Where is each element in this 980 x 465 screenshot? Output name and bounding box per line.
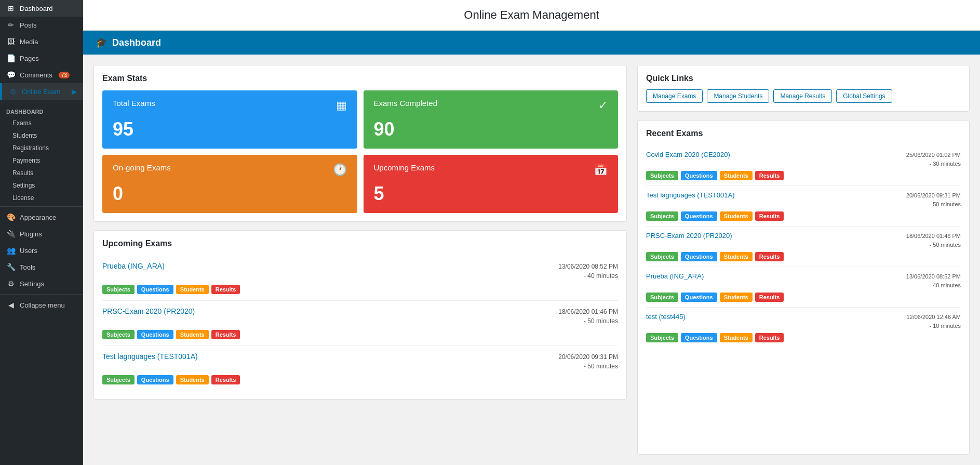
recent-exam-name-test445[interactable]: test (test445) bbox=[646, 313, 686, 321]
tag-subjects[interactable]: Subjects bbox=[646, 171, 678, 180]
tag-subjects[interactable]: Subjects bbox=[646, 252, 678, 261]
tag-subjects[interactable]: Subjects bbox=[646, 333, 678, 342]
tag-students[interactable]: Students bbox=[720, 293, 753, 302]
tag-students[interactable]: Students bbox=[720, 211, 753, 221]
stat-card-upcoming-exams: Upcoming Exams 📅 5 bbox=[364, 155, 619, 213]
tag-subjects[interactable]: Subjects bbox=[646, 293, 678, 302]
tag-questions[interactable]: Questions bbox=[681, 293, 717, 302]
tag-questions[interactable]: Questions bbox=[681, 171, 717, 180]
tag-results[interactable]: Results bbox=[755, 252, 784, 261]
exam-tags-prueba: Subjects Questions Students Results bbox=[102, 285, 618, 294]
sidebar-sub-students[interactable]: Students bbox=[0, 129, 83, 142]
sidebar-sub-results[interactable]: Results bbox=[0, 167, 83, 179]
stat-card-header: Exams Completed ✓ bbox=[374, 99, 608, 112]
tag-results[interactable]: Results bbox=[755, 293, 784, 302]
sidebar-sub-license[interactable]: License bbox=[0, 192, 83, 204]
recent-exam-item: Covid Exam 2020 (CE2020) 25/06/2020 01:0… bbox=[646, 145, 961, 186]
stat-icon-ongoing-exams: 🕐 bbox=[333, 163, 347, 177]
exam-item-name-test-lagn[interactable]: Test lagnguages (TEST001A) bbox=[102, 352, 198, 361]
stat-label-ongoing-exams: On-going Exams bbox=[113, 163, 171, 172]
tag-results[interactable]: Results bbox=[755, 333, 784, 342]
manage-results-button[interactable]: Manage Results bbox=[773, 89, 832, 103]
recent-exam-name-covid[interactable]: Covid Exam 2020 (CE2020) bbox=[646, 151, 730, 158]
sidebar-item-collapse[interactable]: ◀ Collapse menu bbox=[0, 297, 83, 313]
recent-exam-item: test (test445) 12/06/2020 12:46 AM- 10 m… bbox=[646, 308, 961, 348]
quick-links-row: Manage Exams Manage Students Manage Resu… bbox=[646, 89, 961, 103]
tag-subjects[interactable]: Subjects bbox=[102, 330, 135, 339]
sidebar-item-pages[interactable]: 📄 Pages bbox=[0, 50, 83, 67]
sidebar-item-label: Pages bbox=[20, 55, 39, 62]
stat-card-exams-completed: Exams Completed ✓ 90 bbox=[364, 90, 619, 149]
tag-students[interactable]: Students bbox=[176, 375, 209, 384]
right-panel: Quick Links Manage Exams Manage Students… bbox=[637, 65, 970, 455]
global-settings-button[interactable]: Global Settings bbox=[836, 89, 892, 103]
tag-questions[interactable]: Questions bbox=[137, 330, 173, 339]
sidebar-item-label: Tools bbox=[20, 263, 35, 271]
stats-title: Exam Stats bbox=[102, 74, 618, 83]
tag-results[interactable]: Results bbox=[211, 375, 240, 384]
manage-exams-button[interactable]: Manage Exams bbox=[646, 89, 703, 103]
recent-exam-item: PRSC-Exam 2020 (PR2020) 18/06/2020 01:46… bbox=[646, 227, 961, 267]
tag-results[interactable]: Results bbox=[755, 211, 784, 221]
recent-exam-name-prsc[interactable]: PRSC-Exam 2020 (PR2020) bbox=[646, 232, 732, 240]
sidebar-item-label: Collapse menu bbox=[20, 301, 65, 309]
recent-exam-name-test-lagn[interactable]: Test lagnguages (TEST001A) bbox=[646, 191, 735, 199]
sidebar-item-label: Users bbox=[20, 247, 37, 255]
manage-students-button[interactable]: Manage Students bbox=[707, 89, 769, 103]
stat-icon-exams-completed: ✓ bbox=[598, 99, 608, 112]
tools-icon: 🔧 bbox=[6, 263, 16, 271]
tag-questions[interactable]: Questions bbox=[681, 333, 717, 342]
tag-students[interactable]: Students bbox=[176, 285, 209, 294]
exam-item-name-prueba[interactable]: Prueba (ING_ARA) bbox=[102, 262, 165, 270]
sidebar-sub-registrations[interactable]: Registrations bbox=[0, 142, 83, 154]
sidebar-item-tools[interactable]: 🔧 Tools bbox=[0, 259, 83, 275]
stat-label-total-exams: Total Exams bbox=[113, 99, 155, 108]
stat-icon-upcoming-exams: 📅 bbox=[594, 163, 608, 177]
sidebar-item-plugins[interactable]: 🔌 Plugins bbox=[0, 225, 83, 242]
sidebar-sub-payments[interactable]: Payments bbox=[0, 154, 83, 167]
recent-exam-header: Covid Exam 2020 (CE2020) 25/06/2020 01:0… bbox=[646, 151, 961, 168]
tag-questions[interactable]: Questions bbox=[681, 211, 717, 221]
sidebar-item-appearance[interactable]: 🎨 Appearance bbox=[0, 209, 83, 225]
sidebar-item-posts[interactable]: ✏ Posts bbox=[0, 17, 83, 33]
sidebar-item-dashboard[interactable]: ⊞ Dashboard bbox=[0, 0, 83, 17]
recent-exam-date-test445: 12/06/2020 12:46 AM- 10 minutes bbox=[906, 313, 961, 330]
sidebar-sub-exams[interactable]: Exams bbox=[0, 117, 83, 129]
tag-students[interactable]: Students bbox=[720, 333, 753, 342]
tag-questions[interactable]: Questions bbox=[137, 375, 173, 384]
quick-links-section: Quick Links Manage Exams Manage Students… bbox=[637, 65, 970, 112]
recent-exam-item: Test lagnguages (TEST001A) 20/06/2020 09… bbox=[646, 186, 961, 227]
tag-students[interactable]: Students bbox=[720, 252, 753, 261]
plugins-icon: 🔌 bbox=[6, 230, 16, 238]
comments-badge: 73 bbox=[59, 72, 70, 78]
recent-exam-date-prsc: 18/06/2020 01:46 PM- 50 minutes bbox=[906, 232, 961, 249]
tag-questions[interactable]: Questions bbox=[137, 285, 173, 294]
posts-icon: ✏ bbox=[6, 21, 16, 29]
sidebar-sub-settings[interactable]: Settings bbox=[0, 179, 83, 192]
tag-students[interactable]: Students bbox=[720, 171, 753, 180]
sidebar-item-online-exam[interactable]: ⊙ Online Exam ▶ bbox=[0, 83, 83, 100]
page-header: Online Exam Management bbox=[83, 0, 980, 31]
tag-subjects[interactable]: Subjects bbox=[646, 211, 678, 221]
sidebar-item-settings[interactable]: ⚙ Settings bbox=[0, 275, 83, 292]
sidebar-item-comments[interactable]: 💬 Comments 73 bbox=[0, 67, 83, 83]
tag-subjects[interactable]: Subjects bbox=[102, 285, 135, 294]
sidebar-item-media[interactable]: 🖼 Media bbox=[0, 33, 83, 50]
stats-grid: Total Exams ▦ 95 Exams Completed ✓ 90 bbox=[102, 90, 618, 213]
exam-item-header: Test lagnguages (TEST001A) 20/06/2020 09… bbox=[102, 352, 618, 371]
stat-value-total-exams: 95 bbox=[113, 118, 347, 140]
tag-questions[interactable]: Questions bbox=[681, 252, 717, 261]
recent-exam-name-prueba[interactable]: Prueba (ING_ARA) bbox=[646, 272, 704, 280]
exam-item-name-prsc[interactable]: PRSC-Exam 2020 (PR2020) bbox=[102, 307, 195, 315]
sidebar-item-users[interactable]: 👥 Users bbox=[0, 242, 83, 259]
recent-exams-title: Recent Exams bbox=[646, 129, 961, 138]
tag-results[interactable]: Results bbox=[211, 330, 240, 339]
tag-students[interactable]: Students bbox=[176, 330, 209, 339]
recent-exams-section: Recent Exams Covid Exam 2020 (CE2020) 25… bbox=[637, 120, 970, 455]
page-title: Online Exam Management bbox=[464, 8, 599, 21]
exam-tags-test445: Subjects Questions Students Results bbox=[646, 333, 961, 342]
tag-results[interactable]: Results bbox=[211, 285, 240, 294]
tag-results[interactable]: Results bbox=[755, 171, 784, 180]
sidebar: ⊞ Dashboard ✏ Posts 🖼 Media 📄 Pages 💬 Co… bbox=[0, 0, 83, 465]
tag-subjects[interactable]: Subjects bbox=[102, 375, 135, 384]
